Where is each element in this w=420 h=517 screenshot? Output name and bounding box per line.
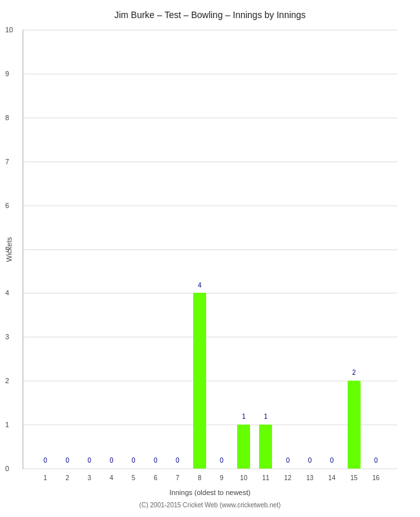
y-tick-0: 0 [5, 465, 9, 472]
bar-innings-15 [348, 381, 361, 469]
x-tick-innings-9: 9 [220, 474, 224, 481]
x-tick-innings-1: 1 [43, 474, 47, 481]
y-tick-10: 10 [5, 26, 13, 34]
y-tick-1: 1 [5, 421, 9, 428]
y-tick-4: 4 [5, 289, 9, 297]
x-axis-label: Innings (oldest to newest) [169, 489, 250, 496]
x-tick-innings-11: 11 [262, 474, 269, 481]
bar-label-innings-1: 0 [43, 457, 47, 464]
bar-label-innings-6: 0 [154, 457, 158, 464]
chart-area: 0123456789100102030405060748091101110120… [23, 30, 397, 469]
chart-wrapper: Jim Burke – Test – Bowling – Innings by … [0, 0, 420, 517]
x-tick-innings-13: 13 [306, 474, 313, 481]
y-tick-6: 6 [5, 202, 9, 209]
bar-innings-11 [259, 425, 272, 469]
bar-label-innings-15: 2 [352, 369, 356, 376]
bar-label-innings-5: 0 [132, 457, 136, 464]
grid-line-7 [23, 162, 397, 162]
bar-innings-8 [193, 293, 206, 469]
x-tick-innings-3: 3 [88, 474, 92, 481]
x-tick-innings-8: 8 [198, 474, 202, 481]
x-tick-innings-16: 16 [372, 474, 379, 481]
bar-label-innings-8: 4 [198, 282, 202, 289]
x-tick-innings-7: 7 [176, 474, 180, 481]
y-tick-9: 9 [5, 70, 9, 78]
bar-label-innings-3: 0 [88, 457, 92, 464]
bar-label-innings-7: 0 [176, 457, 180, 464]
x-tick-innings-15: 15 [350, 474, 357, 481]
bar-label-innings-11: 1 [264, 413, 268, 420]
x-tick-innings-2: 2 [65, 474, 69, 481]
x-tick-innings-14: 14 [328, 474, 335, 481]
bar-innings-10 [237, 425, 250, 469]
x-tick-innings-5: 5 [132, 474, 136, 481]
y-tick-8: 8 [5, 114, 9, 121]
bar-label-innings-9: 0 [220, 457, 224, 464]
grid-line-10 [23, 30, 397, 30]
footer-text: (C) 2001-2015 Cricket Web (www.cricketwe… [140, 501, 281, 509]
bar-label-innings-10: 1 [242, 413, 246, 420]
x-tick-innings-10: 10 [240, 474, 247, 481]
bar-label-innings-2: 0 [65, 457, 69, 464]
grid-line-8 [23, 118, 397, 118]
grid-line-1 [23, 425, 397, 425]
bar-label-innings-4: 0 [110, 457, 114, 464]
grid-line-0 [23, 469, 397, 469]
grid-line-6 [23, 206, 397, 206]
y-tick-5: 5 [5, 246, 9, 253]
chart-title: Jim Burke – Test – Bowling – Innings by … [114, 10, 306, 20]
bar-label-innings-14: 0 [330, 457, 334, 464]
x-tick-innings-12: 12 [284, 474, 291, 481]
bar-label-innings-13: 0 [308, 457, 312, 464]
x-tick-innings-6: 6 [154, 474, 158, 481]
y-tick-2: 2 [5, 377, 9, 385]
grid-line-5 [23, 249, 397, 250]
x-tick-innings-4: 4 [110, 474, 114, 481]
bar-label-innings-16: 0 [374, 457, 378, 464]
bar-label-innings-12: 0 [286, 457, 290, 464]
y-tick-7: 7 [5, 158, 9, 165]
grid-line-4 [23, 293, 397, 293]
grid-line-2 [23, 381, 397, 381]
y-tick-3: 3 [5, 333, 9, 341]
grid-line-3 [23, 337, 397, 337]
grid-line-9 [23, 74, 397, 74]
